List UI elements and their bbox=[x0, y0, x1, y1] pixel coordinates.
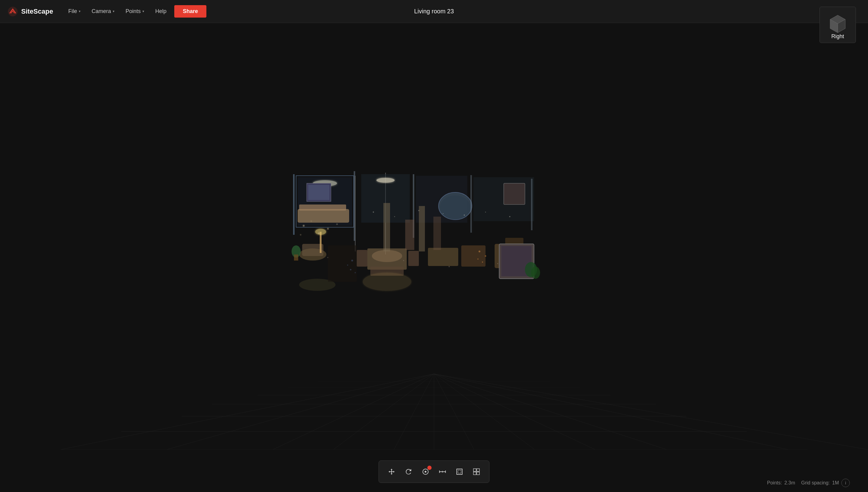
svg-rect-101 bbox=[457, 469, 462, 474]
grid-floor-icon bbox=[0, 328, 868, 449]
logo-area: SiteScape bbox=[7, 6, 53, 17]
grid-spacing-value: 1M bbox=[832, 480, 839, 486]
menu-points-label: Points bbox=[125, 8, 141, 15]
svg-point-67 bbox=[477, 259, 479, 260]
menu-file-label: File bbox=[68, 8, 77, 15]
svg-rect-29 bbox=[299, 204, 346, 211]
svg-point-96 bbox=[425, 471, 427, 473]
navbar: SiteScape File ▾ Camera ▾ Points ▾ Help … bbox=[0, 0, 868, 23]
scene-title: Living room 23 bbox=[414, 8, 454, 15]
svg-line-18 bbox=[434, 374, 535, 449]
measure-icon bbox=[438, 467, 447, 476]
svg-point-33 bbox=[377, 178, 394, 183]
svg-point-83 bbox=[509, 216, 510, 217]
svg-rect-48 bbox=[408, 251, 419, 266]
svg-point-55 bbox=[311, 221, 312, 222]
crop-icon bbox=[455, 467, 464, 476]
info-icon: i bbox=[845, 481, 846, 485]
svg-rect-43 bbox=[320, 232, 321, 253]
svg-point-81 bbox=[464, 215, 465, 216]
svg-rect-92 bbox=[383, 203, 390, 251]
grid-spacing-label: Grid spacing: bbox=[801, 480, 830, 486]
svg-point-58 bbox=[318, 233, 320, 234]
svg-line-20 bbox=[434, 374, 667, 449]
svg-point-36 bbox=[440, 195, 471, 220]
status-bar: Points: 2.3m Grid spacing: 1M i bbox=[767, 479, 850, 487]
file-chevron-icon: ▾ bbox=[79, 9, 81, 13]
svg-rect-75 bbox=[405, 220, 414, 250]
svg-line-11 bbox=[61, 374, 434, 449]
svg-point-80 bbox=[443, 213, 444, 214]
measure-button[interactable] bbox=[435, 464, 450, 479]
menu-camera-label: Camera bbox=[92, 8, 111, 15]
svg-point-86 bbox=[449, 266, 450, 267]
svg-rect-51 bbox=[461, 245, 485, 267]
grid-button[interactable] bbox=[468, 464, 484, 479]
svg-line-22 bbox=[434, 374, 868, 449]
grid-icon bbox=[472, 467, 481, 476]
svg-rect-38 bbox=[504, 183, 525, 204]
svg-rect-94 bbox=[328, 245, 357, 282]
svg-rect-73 bbox=[471, 175, 472, 233]
svg-rect-74 bbox=[531, 179, 532, 230]
svg-rect-103 bbox=[474, 469, 476, 471]
annotate-badge bbox=[427, 466, 432, 470]
sitescape-logo-icon bbox=[7, 6, 18, 17]
menu-item-points[interactable]: Points ▾ bbox=[120, 6, 150, 17]
points-value: 2.3m bbox=[785, 480, 795, 486]
share-button[interactable]: Share bbox=[174, 5, 207, 18]
svg-point-64 bbox=[479, 250, 480, 252]
svg-line-14 bbox=[333, 374, 434, 449]
menu-item-help[interactable]: Help bbox=[150, 6, 172, 17]
svg-rect-104 bbox=[477, 469, 479, 471]
svg-point-46 bbox=[372, 250, 402, 262]
svg-point-59 bbox=[300, 234, 301, 236]
move-tool-button[interactable] bbox=[384, 464, 400, 479]
points-label: Points: bbox=[767, 480, 782, 486]
svg-rect-102 bbox=[458, 470, 461, 473]
svg-point-65 bbox=[485, 255, 486, 257]
svg-point-0 bbox=[8, 7, 18, 16]
svg-rect-76 bbox=[433, 217, 441, 250]
info-button[interactable]: i bbox=[841, 479, 850, 487]
svg-rect-105 bbox=[474, 472, 476, 475]
menu-item-camera[interactable]: Camera ▾ bbox=[86, 6, 120, 17]
crop-button[interactable] bbox=[452, 464, 467, 479]
menu-item-file[interactable]: File ▾ bbox=[63, 6, 86, 17]
menu-help-label: Help bbox=[155, 8, 166, 15]
svg-point-87 bbox=[497, 263, 498, 264]
svg-rect-50 bbox=[428, 248, 458, 266]
svg-line-15 bbox=[394, 374, 434, 449]
points-chevron-icon: ▾ bbox=[142, 9, 144, 13]
logo-text: SiteScape bbox=[21, 7, 53, 16]
bottom-toolbar bbox=[379, 461, 489, 483]
cube-orientation-label: Right bbox=[820, 33, 855, 40]
svg-point-57 bbox=[336, 224, 338, 225]
refresh-button[interactable] bbox=[401, 464, 416, 479]
3d-viewport[interactable] bbox=[0, 23, 868, 468]
camera-chevron-icon: ▾ bbox=[113, 9, 115, 13]
annotate-button[interactable] bbox=[418, 464, 433, 479]
svg-point-77 bbox=[373, 212, 374, 213]
svg-rect-71 bbox=[354, 171, 355, 241]
svg-line-12 bbox=[167, 374, 434, 449]
svg-line-17 bbox=[434, 374, 474, 449]
svg-point-91 bbox=[531, 267, 540, 279]
svg-rect-42 bbox=[294, 254, 298, 261]
svg-rect-106 bbox=[477, 472, 479, 475]
refresh-icon bbox=[404, 467, 413, 476]
svg-point-66 bbox=[482, 262, 483, 263]
svg-line-13 bbox=[273, 374, 434, 449]
svg-rect-47 bbox=[357, 250, 367, 267]
svg-point-54 bbox=[303, 225, 305, 227]
svg-rect-70 bbox=[293, 174, 295, 235]
svg-point-78 bbox=[394, 216, 395, 217]
viewport-cube[interactable]: Right bbox=[820, 7, 856, 43]
svg-point-82 bbox=[485, 212, 486, 213]
svg-rect-27 bbox=[308, 185, 330, 200]
point-cloud-render bbox=[267, 167, 601, 324]
svg-line-21 bbox=[434, 374, 788, 449]
svg-point-68 bbox=[363, 273, 411, 291]
svg-point-85 bbox=[403, 260, 404, 261]
svg-point-44 bbox=[315, 229, 326, 235]
